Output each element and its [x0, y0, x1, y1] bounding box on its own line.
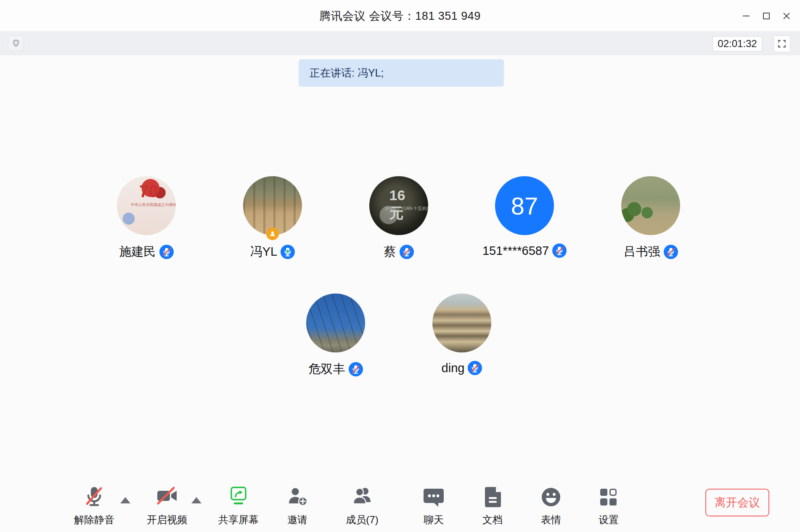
security-button[interactable]	[8, 35, 24, 51]
maximize-button[interactable]	[756, 6, 776, 26]
participant-tile[interactable]: 87 151****6587	[461, 176, 588, 258]
participant-name: ding	[442, 361, 465, 375]
start-video-label: 开启视频	[147, 513, 187, 527]
documents-label: 文档	[482, 513, 503, 527]
participant-tile[interactable]: 冯YL	[209, 176, 336, 260]
participant-name: 蔡	[384, 244, 396, 260]
bottom-toolbar: 解除静音 开启视频 共享屏幕	[0, 479, 800, 532]
unmute-label: 解除静音	[74, 513, 114, 527]
mic-muted-icon	[159, 245, 174, 259]
mic-muted-icon	[552, 244, 567, 258]
avatar-subtext: 中华人民共和国成立70周年	[131, 202, 176, 208]
avatar: 70 中华人民共和国成立70周年	[117, 176, 176, 235]
smiley-icon	[540, 485, 562, 509]
share-screen-label: 共享屏幕	[218, 513, 259, 527]
avatar-text: 87	[511, 192, 538, 220]
avatar	[243, 176, 302, 235]
avatar: 16元 SHI LIU YUAN 十五的月亮	[369, 176, 428, 235]
mic-options-arrow[interactable]	[120, 497, 130, 503]
participant-tile[interactable]: 吕书强	[588, 176, 714, 260]
avatar-text: 70	[139, 182, 158, 201]
share-screen-icon	[227, 484, 250, 509]
meeting-top-toolbar: 02:01:32	[0, 32, 800, 55]
avatar-text: 16元	[389, 187, 419, 223]
settings-grid-icon	[598, 485, 620, 509]
settings-button[interactable]: 设置	[583, 484, 634, 527]
participant-tile[interactable]: 16元 SHI LIU YUAN 十五的月亮 蔡	[336, 176, 462, 260]
meeting-timer: 02:01:32	[713, 36, 762, 51]
participant-name: 施建民	[119, 244, 156, 260]
participant-name: 危双丰	[309, 361, 345, 378]
title-bar: 腾讯会议 会议号：181 351 949	[0, 0, 800, 32]
speaking-indicator-text: 正在讲话: 冯YL;	[310, 66, 384, 80]
invite-button[interactable]: 邀请	[272, 484, 323, 527]
share-screen-button[interactable]: 共享屏幕	[213, 484, 264, 527]
start-video-button[interactable]: 开启视频	[142, 484, 192, 527]
fullscreen-button[interactable]	[774, 35, 790, 52]
emoji-button[interactable]: 表情	[526, 484, 576, 527]
participant-name: 151****6587	[482, 244, 549, 258]
settings-label: 设置	[599, 513, 619, 527]
leave-meeting-button[interactable]: 离开会议	[705, 489, 769, 516]
maximize-icon	[762, 11, 771, 21]
invite-person-plus-icon	[286, 485, 308, 509]
window-controls	[736, 0, 797, 32]
person-icon	[269, 230, 276, 238]
members-button[interactable]: 成员(7)	[333, 484, 392, 527]
invite-label: 邀请	[287, 513, 307, 527]
participant-name: 吕书强	[624, 244, 660, 260]
avatar-subtext: SHI LIU YUAN 十五的月亮	[385, 206, 428, 212]
window-title: 腾讯会议 会议号：181 351 949	[0, 0, 800, 32]
documents-button[interactable]: 文档	[467, 484, 518, 527]
mic-speaking-icon	[281, 245, 295, 259]
members-people-icon	[350, 485, 374, 509]
mic-muted-icon	[400, 245, 414, 259]
unmute-button[interactable]: 解除静音	[69, 484, 119, 527]
participant-name: 冯YL	[250, 244, 277, 260]
close-icon	[782, 11, 791, 21]
minimize-icon	[742, 11, 751, 21]
participant-tile[interactable]: ding	[399, 294, 525, 375]
mic-muted-icon	[468, 361, 482, 375]
minimize-button[interactable]	[736, 6, 756, 26]
mic-muted-icon	[664, 245, 678, 259]
participant-tile[interactable]: 70 中华人民共和国成立70周年 施建民	[83, 176, 209, 260]
video-options-arrow[interactable]	[191, 497, 201, 503]
document-icon	[482, 485, 503, 509]
chat-bubble-icon	[422, 485, 445, 509]
mic-muted-icon	[349, 362, 363, 376]
emoji-label: 表情	[541, 513, 561, 527]
avatar	[621, 176, 680, 235]
members-label: 成员(7)	[346, 513, 378, 527]
mic-muted-large-icon	[82, 484, 106, 509]
avatar	[432, 294, 491, 352]
camera-muted-icon	[154, 484, 180, 509]
chat-button[interactable]: 聊天	[408, 484, 459, 527]
host-badge	[266, 228, 279, 240]
close-button[interactable]	[776, 6, 797, 26]
speaking-indicator-banner: 正在讲话: 冯YL;	[299, 59, 504, 87]
avatar	[306, 294, 365, 352]
chat-label: 聊天	[424, 513, 444, 527]
fullscreen-icon	[777, 39, 787, 48]
avatar: 87	[495, 176, 554, 235]
shield-plus-icon	[11, 38, 21, 49]
participant-tile[interactable]: 危双丰	[273, 294, 399, 378]
